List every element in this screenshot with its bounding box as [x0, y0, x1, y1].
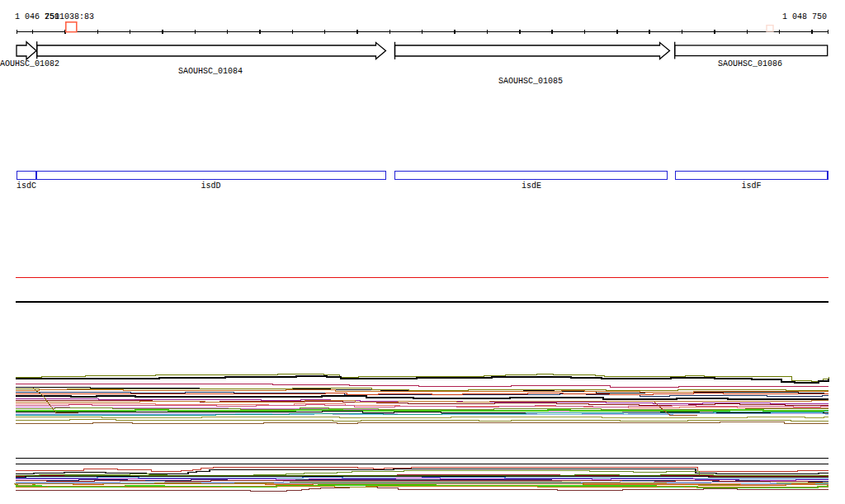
svg-text:isdE: isdE: [522, 181, 541, 191]
svg-text:1 048 750: 1 048 750: [782, 12, 827, 21]
svg-text:SAOUHSC_01084: SAOUHSC_01084: [178, 67, 243, 76]
svg-text:isdC: isdC: [17, 181, 36, 191]
svg-text:isdF: isdF: [742, 181, 762, 191]
svg-text:7511038:83: 7511038:83: [45, 12, 94, 21]
svg-text:SAOUHSC_01086: SAOUHSC_01086: [718, 59, 782, 68]
svg-text:SAOUHSC_01085: SAOUHSC_01085: [498, 77, 563, 86]
svg-text:isdD: isdD: [201, 181, 221, 191]
svg-text:AOUHSC_01082: AOUHSC_01082: [0, 59, 59, 68]
